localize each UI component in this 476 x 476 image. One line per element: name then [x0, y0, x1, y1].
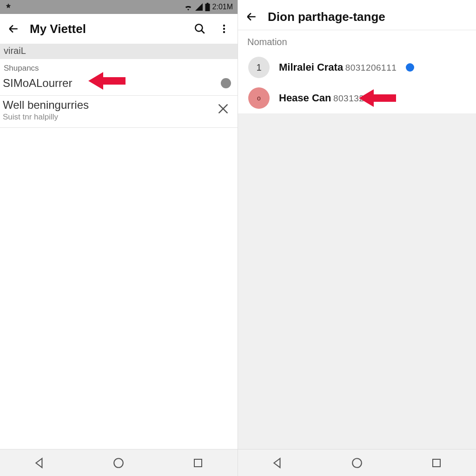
muted-header-strip: viraiL — [0, 44, 238, 59]
gray-dot-indicator — [221, 78, 231, 88]
svg-point-9 — [352, 458, 362, 468]
back-icon[interactable] — [244, 9, 259, 25]
status-bar: 2:01M — [0, 0, 238, 14]
nav-home-icon[interactable] — [350, 456, 364, 470]
status-time: 2:01M — [212, 3, 233, 11]
left-empty-area — [0, 128, 238, 449]
sim-row-label: SIMoALourrer — [3, 77, 221, 90]
well-row[interactable]: Well beningurries Suist tnr halpilly — [0, 96, 238, 128]
nav-back-icon[interactable] — [33, 456, 46, 470]
close-icon[interactable] — [217, 102, 231, 118]
svg-point-2 — [195, 24, 202, 31]
nav-recent-icon[interactable] — [430, 456, 443, 470]
left-nav-bar — [0, 449, 238, 476]
well-row-primary: Well beningurries — [3, 99, 217, 112]
search-icon[interactable] — [192, 21, 208, 37]
more-icon[interactable] — [216, 21, 232, 37]
back-icon[interactable] — [6, 21, 21, 37]
contact-name-2: Hease Can — [279, 92, 331, 104]
wifi-icon — [184, 3, 193, 11]
right-nav-bar — [238, 449, 476, 476]
svg-rect-1 — [206, 3, 208, 4]
battery-icon — [205, 3, 210, 11]
signal-icon — [195, 3, 203, 11]
svg-point-5 — [223, 28, 225, 30]
well-row-secondary: Suist tnr halpilly — [3, 112, 217, 122]
right-phone-frame: Dion parthage-tange Nomation 1 Milralei … — [238, 0, 476, 476]
svg-rect-0 — [205, 4, 210, 11]
nav-back-icon[interactable] — [271, 456, 284, 470]
right-empty-area — [238, 113, 476, 449]
right-title: Dion parthage-tange — [268, 10, 470, 24]
svg-line-3 — [201, 30, 205, 33]
selected-indicator — [406, 63, 414, 72]
svg-rect-10 — [433, 459, 440, 467]
app-title: My Viettel — [30, 22, 184, 36]
contact-name-1: Milralei Crata — [279, 61, 343, 73]
left-phone-frame: 2:01M My Viettel viraiL Shupancs SIMoALo… — [0, 0, 238, 476]
contact-number-1: 8031206111 — [345, 63, 397, 73]
right-app-bar: Dion parthage-tange — [238, 0, 476, 30]
svg-point-7 — [114, 458, 124, 468]
nav-home-icon[interactable] — [112, 456, 126, 470]
right-section-label: Nomation — [238, 30, 476, 52]
left-app-bar: My Viettel — [0, 14, 238, 44]
sim-row[interactable]: SIMoALourrer — [0, 74, 238, 96]
svg-rect-8 — [194, 459, 202, 467]
avatar-badge-1: 1 — [248, 57, 270, 78]
section-label-small: Shupancs — [0, 59, 238, 74]
svg-point-6 — [223, 31, 225, 33]
contact-number-2: 8031320445 — [333, 93, 385, 103]
avatar-badge-2: o — [248, 87, 270, 109]
contact-row-2[interactable]: o Hease Can 8031320445 — [238, 83, 476, 113]
status-left-icon — [5, 3, 12, 12]
svg-point-4 — [223, 25, 225, 26]
contact-row-1[interactable]: 1 Milralei Crata 8031206111 — [238, 52, 476, 83]
nav-recent-icon[interactable] — [191, 456, 205, 470]
